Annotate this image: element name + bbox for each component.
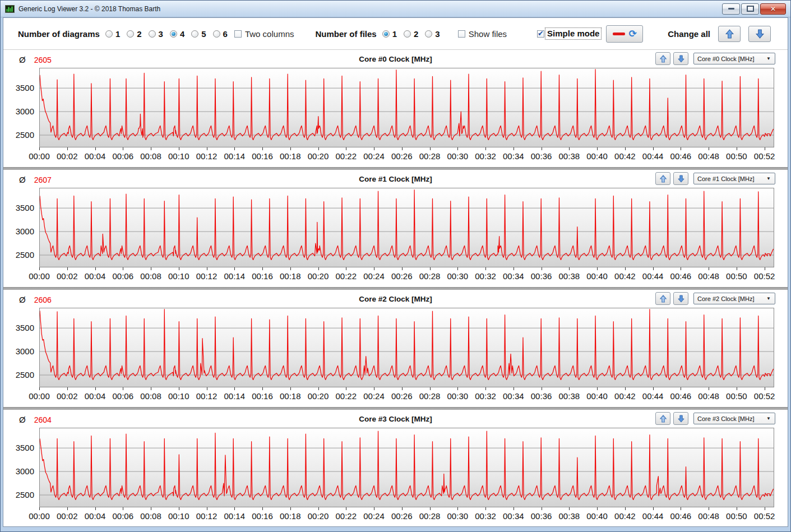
show-files-checkbox-group[interactable]: Show files [458, 29, 507, 39]
show-files-checkbox[interactable] [458, 30, 465, 38]
x-axis-tick [151, 147, 151, 150]
x-axis-label: 00:32 [475, 271, 496, 281]
diagrams-radio-3[interactable]: 3 [149, 29, 163, 39]
files-radio-3[interactable]: 3 [425, 29, 440, 39]
x-axis-label: 00:22 [336, 511, 357, 521]
chart-plot[interactable] [39, 68, 774, 147]
chevron-down-icon: ▼ [766, 296, 771, 301]
x-axis-label: 00:26 [391, 511, 413, 521]
diagrams-radio-group: 1 2 3 4 5 6 [105, 29, 234, 39]
signal-select-dropdown[interactable]: Core #1 Clock [MHz]▼ [693, 173, 775, 184]
x-axis-tick [681, 147, 681, 150]
maximize-button[interactable] [741, 3, 759, 15]
two-columns-checkbox[interactable] [234, 30, 242, 38]
x-axis-label: 00:46 [670, 511, 692, 521]
x-axis-label: 00:06 [112, 271, 133, 281]
x-axis-tick [402, 147, 403, 150]
diagrams-radio-4[interactable]: 4 [170, 29, 184, 39]
line-style-refresh-button[interactable]: ⟳ [606, 25, 643, 43]
arrow-up-icon [725, 29, 734, 39]
x-axis-tick [39, 267, 40, 270]
simple-mode-checkbox[interactable] [537, 30, 544, 38]
x-axis-label: 00:02 [57, 151, 78, 161]
x-axis-label: 00:06 [112, 511, 133, 521]
chevron-down-icon: ▼ [766, 176, 771, 181]
chart-plot[interactable] [39, 188, 774, 267]
x-axis-tick [542, 147, 542, 150]
move-up-button[interactable] [655, 52, 670, 65]
panels-container: Ø2605 Core #0 Clock [MHz] Core #0 Clock … [3, 50, 788, 527]
x-axis-tick [67, 147, 68, 150]
x-axis-tick [179, 387, 179, 390]
x-axis-tick [123, 267, 123, 270]
y-axis-label: 2500 [16, 490, 34, 499]
move-down-button[interactable] [673, 52, 688, 65]
x-axis-label: 00:10 [168, 271, 189, 281]
change-all-down-button[interactable] [748, 26, 771, 42]
diagrams-radio-5[interactable]: 5 [191, 29, 206, 39]
signal-select-dropdown[interactable]: Core #3 Clock [MHz]▼ [693, 413, 775, 424]
x-axis-label: 00:16 [252, 271, 273, 281]
minimize-button[interactable] [722, 3, 740, 15]
window-title: Generic Log Viewer 3.2 - © 2018 Thomas B… [18, 5, 160, 13]
x-axis-label: 00:36 [531, 151, 552, 161]
refresh-icon: ⟳ [629, 29, 637, 39]
x-axis-tick [514, 267, 514, 270]
x-axis-label: 00:30 [447, 391, 469, 401]
x-axis-tick [653, 387, 654, 390]
diagrams-radio-1[interactable]: 1 [105, 29, 120, 39]
title-bar[interactable]: Generic Log Viewer 3.2 - © 2018 Thomas B… [1, 1, 790, 17]
signal-select-dropdown[interactable]: Core #0 Clock [MHz]▼ [693, 53, 775, 64]
move-down-button[interactable] [673, 172, 688, 185]
chevron-down-icon: ▼ [766, 416, 771, 421]
x-axis-label: 00:32 [475, 391, 496, 401]
x-axis-label: 00:12 [196, 391, 218, 401]
change-all-label: Change all [668, 29, 710, 39]
diagrams-radio-6[interactable]: 6 [213, 29, 228, 39]
x-axis-tick [514, 147, 514, 150]
x-axis-label: 00:24 [363, 511, 385, 521]
chart-plot[interactable] [39, 428, 774, 507]
move-up-button[interactable] [655, 172, 670, 185]
x-axis-tick [681, 387, 681, 390]
x-axis-label: 00:22 [336, 151, 357, 161]
x-axis-tick [290, 387, 291, 390]
close-button[interactable]: ✕ [760, 3, 786, 15]
x-axis-label: 00:28 [419, 391, 441, 401]
x-axis-tick [737, 387, 737, 390]
x-axis-tick [653, 267, 654, 270]
change-all-up-button[interactable] [718, 26, 741, 42]
x-axis-label: 00:52 [754, 511, 775, 521]
x-axis-tick [485, 267, 486, 270]
diagrams-radio-2[interactable]: 2 [127, 29, 141, 39]
signal-select-dropdown[interactable]: Core #2 Clock [MHz]▼ [693, 293, 775, 304]
x-axis-tick [681, 507, 681, 510]
move-up-button[interactable] [655, 412, 670, 425]
x-axis-label: 00:32 [475, 151, 496, 161]
files-radio-2[interactable]: 2 [404, 29, 418, 39]
files-radio-group: 1 2 3 [382, 29, 447, 39]
y-axis-labels: 250030003500 [3, 68, 36, 146]
move-up-button[interactable] [655, 292, 670, 305]
x-axis-label: 00:30 [447, 151, 469, 161]
app-icon [5, 5, 15, 13]
two-columns-checkbox-group[interactable]: Two columns [234, 29, 294, 39]
x-axis-tick [402, 507, 403, 510]
move-down-button[interactable] [673, 412, 688, 425]
x-axis-label: 00:00 [29, 151, 50, 161]
move-down-button[interactable] [673, 292, 688, 305]
x-axis-tick [485, 147, 486, 150]
chart-plot[interactable] [39, 308, 774, 387]
y-axis-label: 3500 [16, 203, 34, 212]
simple-mode-group[interactable]: Simple mode [537, 28, 601, 39]
chart-area: 250030003500 00:0000:0200:0400:0600:0800… [3, 308, 788, 404]
x-axis-tick [457, 387, 458, 390]
files-radio-1[interactable]: 1 [382, 29, 397, 39]
chevron-down-icon: ▼ [766, 56, 771, 61]
toolbar: Number of diagrams 1 2 3 4 5 6 Two colum… [3, 18, 788, 50]
x-axis-tick [737, 507, 737, 510]
x-axis-label: 00:04 [85, 271, 106, 281]
x-axis-tick [597, 147, 598, 150]
x-axis-label: 00:02 [57, 511, 78, 521]
number-of-files-group: Number of files 1 2 3 [315, 29, 446, 39]
